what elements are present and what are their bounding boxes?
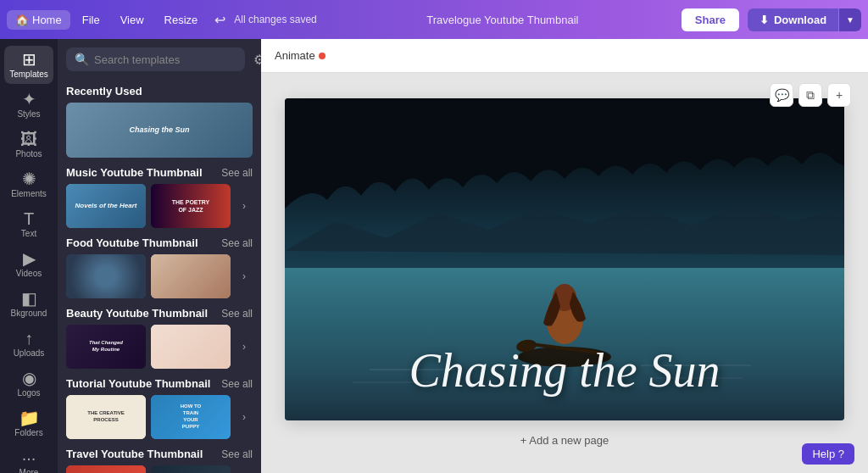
view-menu-button[interactable]: View (112, 10, 153, 30)
beauty-thumb-2[interactable] (151, 325, 231, 369)
canvas-toolbar: Animate (261, 39, 868, 73)
animate-button[interactable]: Animate (275, 49, 326, 62)
food-thumb-2[interactable] (151, 254, 231, 298)
sidebar-item-folders[interactable]: 📁 Folders (4, 404, 53, 442)
music-thumb-row: Novels of the Heart THE POETRYOF JAZZ › (66, 184, 253, 228)
tutorial-thumb-1-text: THE CREATIVEPROCESS (86, 409, 126, 426)
recently-used-row: Chasing the Sun (66, 103, 253, 158)
food-thumb-row: › (66, 254, 253, 298)
sidebar-item-logos-label: Logos (17, 388, 40, 398)
download-button[interactable]: ⬇ Download (748, 8, 838, 31)
download-icon: ⬇ (760, 14, 769, 26)
sidebar-item-folders-label: Folders (14, 428, 42, 437)
topbar: 🏠 Home File View Resize ↩ All changes sa… (0, 0, 868, 39)
uploads-icon: ↑ (25, 330, 33, 347)
tutorial-section-header: Tutorial Youtube Thumbnail See all (66, 377, 253, 390)
tutorial-section-title: Tutorial Youtube Thumbnail (66, 377, 210, 390)
sidebar-item-text-label: Text (21, 229, 36, 238)
beauty-section-header: Beauty Youtube Thumbnail See all (66, 307, 253, 320)
more-icon: ··· (22, 449, 36, 466)
tutorial-thumb-2[interactable]: HOW TOTRAINYOURPUPPY (151, 395, 231, 439)
sidebar-item-videos[interactable]: ▶ Videos (4, 245, 53, 283)
travel-section-title: Travel Youtube Thumbnail (66, 448, 203, 460)
search-bar: 🔍 ⚙ (58, 39, 261, 76)
sidebar-item-styles[interactable]: ✦ Styles (4, 86, 53, 124)
music-thumb-1-text: Novels of the Heart (74, 200, 139, 212)
beauty-thumb-row: That ChangedMy Routine › (66, 325, 253, 369)
travel-thumb-1[interactable]: SAFARI (66, 465, 146, 473)
file-menu-button[interactable]: File (74, 10, 108, 30)
sidebar-item-photos[interactable]: 🖼 Photos (4, 125, 53, 164)
background-icon: ◧ (21, 290, 37, 307)
travel-nav-next[interactable]: › (236, 465, 253, 473)
tutorial-see-all[interactable]: See all (221, 378, 253, 390)
share-button[interactable]: Share (682, 8, 739, 31)
tutorial-nav-next[interactable]: › (236, 395, 253, 439)
comment-button[interactable]: 💬 (770, 83, 793, 107)
tutorial-thumb-1[interactable]: THE CREATIVEPROCESS (66, 395, 146, 439)
add-page-area: + Add a new page (520, 432, 609, 448)
sidebar-item-templates[interactable]: ⊞ Templates (4, 46, 53, 84)
food-section-title: Food Youtube Thumbnail (66, 236, 198, 249)
download-dropdown-button[interactable]: ▼ (838, 8, 861, 31)
elements-icon: ✺ (22, 170, 36, 187)
music-nav-next[interactable]: › (236, 184, 253, 228)
canvas-area: Animate 💬 ⧉ + (261, 39, 868, 473)
travel-see-all[interactable]: See all (221, 448, 253, 460)
svg-text:Chasing the Sun: Chasing the Sun (409, 344, 720, 397)
travel-section-header: Travel Youtube Thumbnail See all (66, 448, 253, 460)
templates-icon: ⊞ (22, 51, 36, 68)
recently-used-title: Recently Used (66, 85, 142, 97)
main-layout: ⊞ Templates ✦ Styles 🖼 Photos ✺ Elements… (0, 39, 868, 473)
music-section-header: Music Youtube Thumbnail See all (66, 166, 253, 179)
beauty-thumb-1[interactable]: That ChangedMy Routine (66, 325, 146, 369)
sidebar-item-text[interactable]: T Text (4, 205, 53, 243)
recently-used-thumb-text: Chasing the Sun (127, 124, 191, 137)
help-button[interactable]: Help ? (802, 443, 854, 465)
beauty-nav-next[interactable]: › (236, 325, 253, 369)
search-input[interactable] (94, 53, 236, 66)
undo-button[interactable]: ↩ (209, 8, 231, 31)
sidebar-item-more-label: More (19, 468, 39, 473)
folders-icon: 📁 (19, 409, 40, 426)
resize-label: Resize (164, 14, 198, 26)
music-see-all[interactable]: See all (221, 167, 253, 179)
design-canvas[interactable]: Chasing the Sun (285, 98, 844, 420)
duplicate-button[interactable]: ⧉ (798, 83, 822, 107)
filter-button[interactable]: ⚙ (250, 48, 261, 71)
beauty-see-all[interactable]: See all (221, 308, 253, 320)
styles-icon: ✦ (22, 91, 36, 108)
beauty-thumb-1-text: That ChangedMy Routine (87, 338, 125, 355)
sidebar-item-photos-label: Photos (15, 149, 42, 159)
sidebar-item-uploads[interactable]: ↑ Uploads (4, 325, 53, 363)
search-icon: 🔍 (75, 53, 89, 66)
sidebar-item-videos-label: Videos (16, 269, 42, 278)
add-button[interactable]: + (827, 83, 851, 107)
saved-status: All changes saved (234, 14, 316, 25)
beauty-section-title: Beauty Youtube Thumbnail (66, 307, 208, 320)
add-page-button[interactable]: + Add a new page (520, 434, 609, 447)
home-button[interactable]: 🏠 Home (7, 10, 70, 30)
recently-used-thumb[interactable]: Chasing the Sun (66, 103, 253, 158)
canvas-main: 💬 ⧉ + (261, 73, 868, 473)
download-label: Download (774, 14, 826, 26)
sidebar-item-logos[interactable]: ◉ Logos (4, 364, 53, 403)
music-thumb-2[interactable]: THE POETRYOF JAZZ (151, 184, 231, 228)
food-section-header: Food Youtube Thumbnail See all (66, 236, 253, 249)
food-thumb-1[interactable] (66, 254, 146, 298)
sidebar-item-background[interactable]: ◧ Bkground (4, 285, 53, 323)
logos-icon: ◉ (22, 370, 36, 387)
sidebar-item-more[interactable]: ··· More (4, 444, 53, 473)
canvas-top-actions: 💬 ⧉ + (770, 83, 851, 107)
food-nav-next[interactable]: › (236, 254, 253, 298)
food-see-all[interactable]: See all (221, 237, 253, 249)
sidebar-item-uploads-label: Uploads (14, 348, 45, 358)
templates-scroll: Recently Used Chasing the Sun Music Yout… (58, 76, 261, 473)
recently-used-header: Recently Used (66, 85, 253, 97)
templates-panel: 🔍 ⚙ Recently Used Chasing the Sun Music … (58, 39, 261, 473)
animate-dot (319, 53, 326, 59)
sidebar-item-elements[interactable]: ✺ Elements (4, 165, 53, 203)
resize-menu-button[interactable]: Resize (156, 10, 207, 30)
travel-thumb-2[interactable]: EXOTICSTREETFOOD (151, 465, 231, 473)
music-thumb-1[interactable]: Novels of the Heart (66, 184, 146, 228)
